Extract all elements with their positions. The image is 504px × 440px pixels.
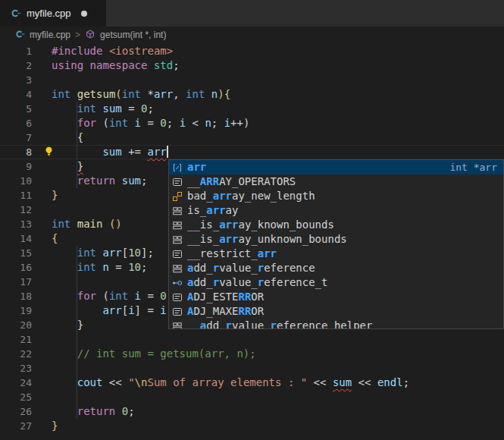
code-text: }	[52, 160, 83, 172]
code-line[interactable]: 26 return 0;	[0, 404, 504, 419]
tab-bar: myfile.cpp	[0, 0, 504, 27]
text-cursor	[167, 146, 168, 158]
code-line[interactable]: 27}	[0, 419, 504, 433]
suggestion-item[interactable]: is_array	[169, 203, 503, 218]
code-line[interactable]: 24 cout << "\nSum of array elements : " …	[0, 376, 504, 390]
suggestion-label: bad_array_new_length	[187, 189, 315, 203]
vscode-window: myfile.cpp myfile.cpp > getsum(int *, in…	[0, 0, 504, 440]
suggestion-item[interactable]: __ARRAY_OPERATORS	[169, 174, 503, 189]
code-line[interactable]: 8 sum += arr	[0, 145, 504, 159]
code-text: cout << "\nSum of array elements : " << …	[52, 376, 409, 388]
line-number[interactable]: 17	[0, 275, 32, 289]
line-number[interactable]: 23	[0, 361, 32, 376]
code-line[interactable]: 25	[0, 390, 504, 404]
line-number[interactable]: 25	[0, 390, 32, 404]
line-number[interactable]: 8	[0, 145, 32, 159]
code-text: sum += arr	[52, 146, 167, 158]
suggestion-item[interactable]: ADJ_MAXERROR	[169, 304, 503, 319]
suggestion-item[interactable]: __add_rvalue_reference_helper	[169, 319, 503, 329]
line-number[interactable]: 22	[0, 347, 32, 361]
code-text: }	[52, 420, 58, 432]
indent-guide	[77, 102, 77, 188]
suggestion-label: __add_rvalue_reference_helper	[187, 319, 372, 329]
line-number[interactable]: 11	[0, 188, 32, 203]
cpp-file-icon	[14, 29, 26, 40]
code-line[interactable]: 23	[0, 361, 504, 376]
suggestion-item[interactable]: add_rvalue_reference_t	[169, 275, 503, 290]
line-number[interactable]: 27	[0, 419, 32, 433]
suggestion-label: __ARRAY_OPERATORS	[187, 174, 296, 189]
line-number[interactable]: 15	[0, 246, 32, 260]
line-number[interactable]: 13	[0, 217, 32, 231]
suggestion-item[interactable]: arrint *arr	[169, 160, 503, 174]
line-number[interactable]: 26	[0, 404, 32, 419]
variable-icon	[171, 162, 183, 174]
suggestion-label: __is_array_known_bounds	[187, 218, 334, 232]
suggestion-item[interactable]: __restrict_arr	[169, 247, 503, 261]
code-line[interactable]: 7 {	[0, 130, 504, 145]
line-number[interactable]: 19	[0, 303, 32, 318]
code-line[interactable]: 2using namespace std;	[0, 58, 504, 73]
keyword-icon	[171, 176, 183, 188]
line-number[interactable]: 24	[0, 376, 32, 390]
suggestion-item[interactable]: __is_array_known_bounds	[169, 218, 503, 232]
intellisense-suggest-widget: arrint *arr__ARRAY_OPERATORSbad_array_ne…	[168, 159, 504, 329]
code-line[interactable]: 6 for (int i = 0; i < n; i++)	[0, 116, 504, 130]
code-line[interactable]: 1#include <iostream>	[0, 44, 504, 58]
breadcrumb-file[interactable]: myfile.cpp	[30, 30, 70, 40]
indent-guide	[77, 246, 77, 419]
breadcrumb-separator: >	[74, 30, 81, 40]
suggestion-label: arr	[187, 160, 206, 174]
tab-myfile-cpp[interactable]: myfile.cpp	[0, 0, 106, 27]
line-number[interactable]: 9	[0, 159, 32, 174]
lightbulb-quickfix-icon[interactable]	[43, 146, 55, 158]
line-number[interactable]: 16	[0, 260, 32, 275]
suggestion-item[interactable]: bad_array_new_length	[169, 189, 503, 203]
code-text: using namespace std;	[52, 59, 180, 71]
struct-icon	[171, 234, 183, 246]
struct-icon	[171, 219, 183, 231]
line-number[interactable]: 3	[0, 73, 32, 87]
code-text: #include <iostream>	[52, 45, 173, 57]
line-number[interactable]: 14	[0, 231, 32, 246]
cpp-file-icon	[10, 8, 21, 19]
code-text: return 0;	[52, 405, 135, 417]
line-number[interactable]: 6	[0, 116, 32, 130]
line-number[interactable]: 5	[0, 102, 32, 116]
line-number[interactable]: 21	[0, 332, 32, 347]
suggestion-item[interactable]: add_rvalue_reference	[169, 261, 503, 275]
line-number[interactable]: 7	[0, 130, 32, 145]
code-line[interactable]: 22 // int sum = getsum(arr, n);	[0, 347, 504, 361]
code-text: {	[52, 232, 58, 244]
line-number[interactable]: 2	[0, 58, 32, 73]
code-text: for (int i = 0; i < n; i++)	[52, 117, 249, 129]
line-number[interactable]: 4	[0, 87, 32, 102]
code-text: int sum = 0;	[52, 102, 154, 115]
suggestion-item[interactable]: __is_array_unknown_bounds	[169, 232, 503, 247]
keyword-icon	[171, 248, 183, 260]
breadcrumb: myfile.cpp > getsum(int *, int)	[0, 27, 504, 42]
line-number[interactable]: 10	[0, 174, 32, 188]
code-text: arr[i] = i	[52, 304, 167, 316]
code-line[interactable]: 21	[0, 332, 504, 347]
breadcrumb-symbol[interactable]: getsum(int *, int)	[100, 30, 166, 40]
code-text: for (int i = 0	[52, 290, 167, 302]
symbol-method-cube-icon	[85, 29, 96, 40]
code-text: int n = 10;	[52, 261, 147, 273]
keyword-icon	[171, 291, 183, 303]
code-text: }	[52, 189, 58, 201]
code-line[interactable]: 5 int sum = 0;	[0, 102, 504, 116]
suggestion-item[interactable]: ADJ_ESTERROR	[169, 290, 503, 304]
code-line[interactable]: 4int getsum(int *arr, int n){	[0, 87, 504, 102]
struct-icon	[171, 205, 183, 217]
suggestion-detail: int *arr	[449, 160, 503, 174]
line-number[interactable]: 1	[0, 44, 32, 58]
code-line[interactable]: 3	[0, 73, 504, 87]
suggestion-label: __is_array_unknown_bounds	[187, 232, 347, 247]
modified-indicator-dot[interactable]	[81, 11, 87, 17]
line-number[interactable]: 20	[0, 318, 32, 332]
code-text: }	[52, 319, 83, 331]
suggestion-label: __restrict_arr	[187, 247, 277, 261]
line-number[interactable]: 12	[0, 203, 32, 217]
line-number[interactable]: 18	[0, 289, 32, 303]
